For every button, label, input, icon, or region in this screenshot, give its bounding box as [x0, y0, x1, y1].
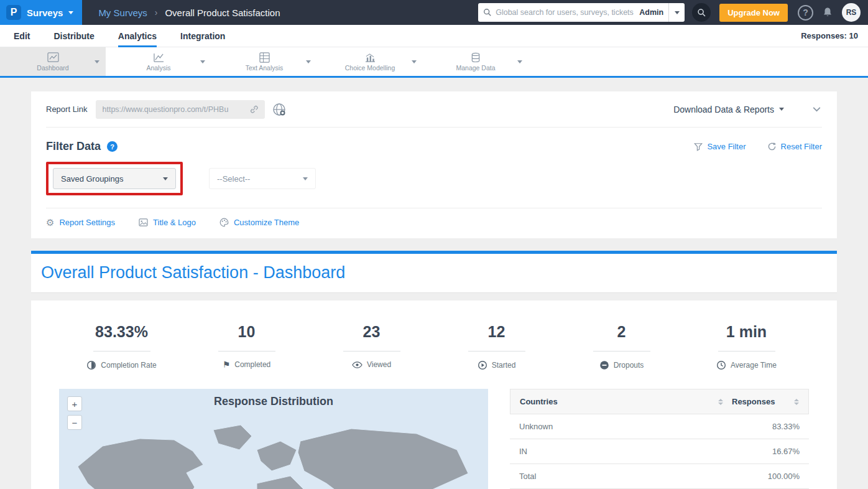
clock-icon: [716, 360, 726, 370]
toolbar-choice-modelling[interactable]: Choice Modelling: [317, 47, 423, 76]
stat-value: 1 min: [726, 323, 767, 341]
table-row: IN 16.67%: [510, 439, 809, 464]
advanced-search-button[interactable]: [692, 3, 711, 22]
report-settings-link[interactable]: ⚙ Report Settings: [46, 218, 115, 227]
map-title: Response Distribution: [59, 389, 488, 408]
countries-header-label[interactable]: Countries: [520, 397, 558, 406]
image-icon: [139, 218, 148, 226]
save-filter-label: Save Filter: [707, 142, 746, 151]
user-avatar[interactable]: RS: [842, 3, 861, 22]
upgrade-now-button[interactable]: Upgrade Now: [719, 4, 788, 22]
title-logo-link[interactable]: Title & Logo: [139, 218, 196, 227]
table-row: Total 100.00%: [510, 464, 809, 489]
world-map: [59, 414, 488, 489]
surveys-product-menu[interactable]: P Surveys: [0, 0, 82, 25]
completion-rate-icon: [86, 360, 96, 370]
share-globe-icon[interactable]: [272, 103, 286, 116]
search-scope-label: Admin: [639, 8, 663, 17]
flag-icon: ⚑: [223, 360, 231, 369]
download-data-reports-menu[interactable]: Download Data & Reports: [673, 105, 784, 114]
report-filter-panel: Report Link https://www.questionpro.com/…: [31, 91, 837, 238]
responses-header-label[interactable]: Responses: [732, 397, 775, 406]
toolbar-label: Manage Data: [456, 64, 495, 72]
stat-completion-rate: 83.33% Completion Rate: [59, 323, 184, 370]
breadcrumb-separator: ›: [155, 7, 158, 17]
report-link-url[interactable]: https://www.questionpro.com/t/PHBu: [102, 105, 244, 114]
stat-value: 83.33%: [95, 323, 148, 341]
global-search-input[interactable]: [496, 8, 635, 17]
saved-groupings-dropdown[interactable]: Saved Groupings: [53, 168, 176, 189]
breadcrumb: My Surveys › Overall Product Satisfactio…: [98, 7, 280, 18]
toolbar-text-analysis[interactable]: Text Analysis: [211, 47, 317, 76]
gear-icon: ⚙: [46, 218, 54, 227]
stat-value: 2: [617, 323, 626, 341]
sort-icon[interactable]: [718, 399, 723, 405]
tab-integration[interactable]: Integration: [180, 25, 225, 47]
help-button[interactable]: ?: [798, 5, 813, 21]
stat-label: Viewed: [367, 360, 391, 369]
analytics-toolbar: Dashboard Analysis Text Analysis Choice …: [0, 47, 868, 78]
response-distribution-map[interactable]: Response Distribution + −: [59, 389, 488, 489]
page-title: Overall Product Satisfaction - Dashboard: [41, 263, 827, 282]
eye-icon: [352, 361, 362, 369]
countries-table-header: Countries Responses: [510, 389, 809, 414]
toolbar-label: Dashboard: [37, 64, 68, 72]
chevron-down-icon[interactable]: [412, 60, 417, 63]
highlight-box: Saved Groupings: [46, 162, 183, 195]
toolbar-label: Choice Modelling: [345, 64, 395, 72]
chevron-down-icon: [68, 11, 73, 14]
stat-dropouts: 2 Dropouts: [559, 323, 684, 370]
tab-analytics[interactable]: Analytics: [118, 25, 157, 47]
breadcrumb-current-survey: Overall Product Satisfaction: [165, 7, 280, 18]
customize-theme-label: Customize Theme: [234, 218, 299, 227]
stat-completed: 10 ⚑ Completed: [184, 323, 309, 370]
stat-started: 12 Started: [434, 323, 559, 370]
title-logo-label: Title & Logo: [153, 218, 196, 227]
grouping-select-dropdown[interactable]: --Select--: [209, 168, 316, 189]
toolbar-label: Analysis: [146, 64, 170, 72]
link-icon[interactable]: [249, 105, 259, 114]
chevron-down-icon[interactable]: [200, 60, 205, 63]
database-icon: [470, 52, 481, 63]
reset-filter-label: Reset Filter: [781, 142, 822, 151]
stat-value: 23: [363, 323, 381, 341]
global-search-box[interactable]: Admin: [478, 3, 668, 22]
responses-cell: 100.00%: [768, 472, 800, 481]
toolbar-analysis[interactable]: Analysis: [106, 47, 211, 76]
toolbar-manage-data[interactable]: Manage Data: [423, 47, 529, 76]
tab-edit[interactable]: Edit: [14, 25, 30, 47]
funnel-icon: [694, 142, 703, 151]
toolbar-dashboard[interactable]: Dashboard: [0, 47, 106, 76]
tab-distribute[interactable]: Distribute: [53, 25, 94, 47]
stat-viewed: 23 Viewed: [309, 323, 434, 370]
sort-icon[interactable]: [794, 399, 799, 405]
chevron-down-icon: [303, 177, 308, 180]
stats-row: 83.33% Completion Rate 10 ⚑ Completed 23: [59, 323, 809, 370]
refresh-icon: [767, 142, 777, 151]
chevron-down-icon[interactable]: [306, 60, 311, 63]
dashboard-title-band: Overall Product Satisfaction - Dashboard: [31, 254, 837, 293]
zoom-in-button[interactable]: +: [67, 396, 82, 411]
collapse-panel-chevron-icon[interactable]: [811, 104, 822, 114]
search-scope-dropdown[interactable]: [668, 3, 685, 22]
country-cell: Total: [519, 472, 536, 481]
grouping-select-value: --Select--: [217, 174, 250, 184]
customize-theme-link[interactable]: Customize Theme: [219, 218, 299, 227]
chevron-down-icon: [779, 108, 784, 111]
play-circle-icon: [478, 360, 487, 370]
save-filter-button[interactable]: Save Filter: [694, 142, 746, 151]
report-link-field[interactable]: https://www.questionpro.com/t/PHBu: [96, 100, 265, 119]
country-cell: IN: [519, 447, 527, 456]
chevron-down-icon[interactable]: [517, 60, 522, 63]
filter-help-icon[interactable]: ?: [107, 141, 118, 152]
notifications-bell-icon[interactable]: [822, 7, 833, 18]
reset-filter-button[interactable]: Reset Filter: [767, 142, 822, 151]
report-settings-label: Report Settings: [59, 218, 115, 227]
palette-icon: [219, 218, 229, 227]
chevron-down-icon[interactable]: [95, 60, 99, 63]
stat-average-time: 1 min Average Time: [684, 323, 809, 370]
breadcrumb-my-surveys[interactable]: My Surveys: [98, 7, 147, 18]
country-cell: Unknown: [519, 422, 553, 431]
survey-nav-tabs: Edit Distribute Analytics Integration Re…: [0, 25, 868, 47]
stat-label: Completion Rate: [101, 361, 156, 370]
